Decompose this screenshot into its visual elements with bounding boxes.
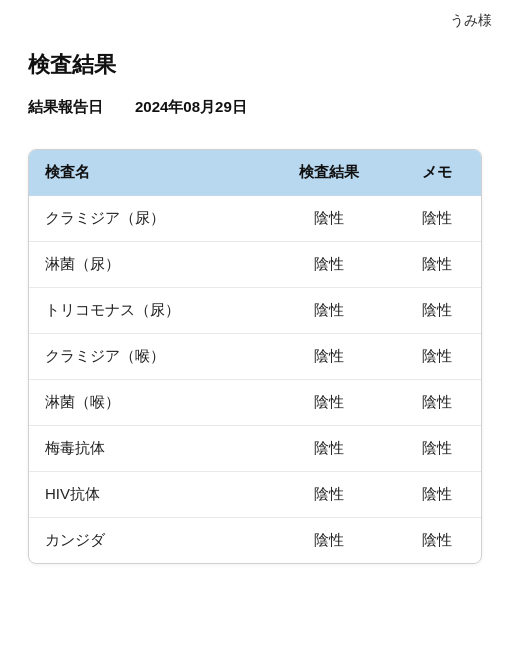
cell-test-name: 淋菌（喉） — [29, 380, 264, 426]
table-row: 淋菌（喉）陰性陰性 — [29, 380, 481, 426]
cell-test-result: 陰性 — [264, 380, 394, 426]
cell-test-memo: 陰性 — [394, 518, 481, 564]
page-content: 検査結果 結果報告日 2024年08月29日 検査名 検査結果 メモ クラミジア… — [0, 0, 510, 604]
cell-test-result: 陰性 — [264, 518, 394, 564]
cell-test-name: クラミジア（尿） — [29, 196, 264, 242]
report-date-row: 結果報告日 2024年08月29日 — [28, 98, 482, 117]
cell-test-name: カンジダ — [29, 518, 264, 564]
report-date-value: 2024年08月29日 — [135, 98, 247, 117]
results-card: 検査名 検査結果 メモ クラミジア（尿）陰性陰性淋菌（尿）陰性陰性トリコモナス（… — [28, 149, 482, 564]
cell-test-name: トリコモナス（尿） — [29, 288, 264, 334]
cell-test-name: 梅毒抗体 — [29, 426, 264, 472]
cell-test-result: 陰性 — [264, 334, 394, 380]
cell-test-memo: 陰性 — [394, 196, 481, 242]
cell-test-result: 陰性 — [264, 196, 394, 242]
table-row: トリコモナス（尿）陰性陰性 — [29, 288, 481, 334]
col-header-memo: メモ — [394, 150, 481, 196]
user-name-label: うみ様 — [450, 12, 492, 30]
cell-test-memo: 陰性 — [394, 426, 481, 472]
results-table: 検査名 検査結果 メモ クラミジア（尿）陰性陰性淋菌（尿）陰性陰性トリコモナス（… — [29, 150, 481, 563]
table-row: クラミジア（尿）陰性陰性 — [29, 196, 481, 242]
cell-test-name: 淋菌（尿） — [29, 242, 264, 288]
report-date-label: 結果報告日 — [28, 98, 103, 117]
cell-test-memo: 陰性 — [394, 380, 481, 426]
cell-test-result: 陰性 — [264, 288, 394, 334]
table-row: クラミジア（喉）陰性陰性 — [29, 334, 481, 380]
page-title: 検査結果 — [28, 50, 482, 80]
table-row: HIV抗体陰性陰性 — [29, 472, 481, 518]
table-header-row: 検査名 検査結果 メモ — [29, 150, 481, 196]
table-row: 梅毒抗体陰性陰性 — [29, 426, 481, 472]
cell-test-memo: 陰性 — [394, 334, 481, 380]
cell-test-result: 陰性 — [264, 242, 394, 288]
col-header-name: 検査名 — [29, 150, 264, 196]
cell-test-name: HIV抗体 — [29, 472, 264, 518]
col-header-result: 検査結果 — [264, 150, 394, 196]
cell-test-name: クラミジア（喉） — [29, 334, 264, 380]
table-row: 淋菌（尿）陰性陰性 — [29, 242, 481, 288]
cell-test-result: 陰性 — [264, 472, 394, 518]
cell-test-memo: 陰性 — [394, 288, 481, 334]
cell-test-memo: 陰性 — [394, 242, 481, 288]
cell-test-memo: 陰性 — [394, 472, 481, 518]
table-row: カンジダ陰性陰性 — [29, 518, 481, 564]
cell-test-result: 陰性 — [264, 426, 394, 472]
